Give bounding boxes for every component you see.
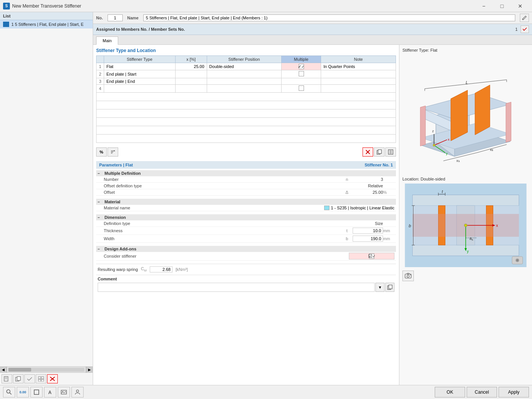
param-row-width: Width b mm: [96, 235, 396, 243]
delete-btn[interactable]: [47, 374, 58, 383]
list-item[interactable]: 1 5 Stiffeners | Flat, End plate | Start…: [0, 20, 93, 28]
row-1-type[interactable]: Flat: [104, 63, 176, 70]
minimize-button[interactable]: −: [475, 0, 492, 12]
stiffener-section-title: Stiffener Type and Location: [96, 48, 396, 53]
thickness-input[interactable]: [353, 228, 383, 234]
row-4-multiple[interactable]: [281, 85, 321, 93]
percent-btn[interactable]: %: [96, 147, 107, 157]
horizontal-scrollbar[interactable]: ◄ ►: [0, 367, 93, 373]
table-toolbar-right: [363, 147, 396, 157]
text-btn[interactable]: A: [44, 387, 56, 397]
list-item-text: 1 5 Stiffeners | Flat, End plate | Start…: [11, 22, 84, 27]
row-2-checkbox[interactable]: [299, 71, 304, 76]
image-btn[interactable]: [58, 387, 70, 397]
comment-copy-btn[interactable]: [385, 283, 394, 292]
table-row: 4: [97, 85, 396, 93]
svg-rect-6: [41, 377, 44, 379]
svg-point-82: [516, 259, 519, 261]
duplicate-btn[interactable]: [13, 374, 24, 383]
new-btn[interactable]: [2, 374, 12, 383]
material-header[interactable]: − Material: [96, 199, 396, 205]
material-color-swatch: [324, 206, 329, 210]
table-copy-btn[interactable]: [374, 147, 385, 157]
tabs-bar: Main: [93, 35, 532, 45]
row-2-no: 2: [97, 70, 104, 78]
svg-marker-35: [420, 106, 426, 146]
multiple-def-header[interactable]: − Multiple Definition: [96, 170, 396, 176]
warp-value-input[interactable]: [150, 266, 173, 272]
svg-point-84: [407, 275, 409, 277]
rectangle-btn[interactable]: [30, 387, 43, 397]
tab-main[interactable]: Main: [96, 36, 118, 45]
width-input[interactable]: [353, 236, 383, 242]
row-3-no: 3: [97, 78, 104, 85]
scroll-right-btn[interactable]: ►: [86, 367, 93, 373]
row-2-type[interactable]: End plate | Start: [104, 70, 176, 78]
row-4-note: [321, 85, 396, 93]
comment-section: Comment ▾: [96, 275, 396, 293]
header-section: No. 1 Name: [93, 12, 532, 24]
name-input[interactable]: [143, 14, 515, 21]
person-btn[interactable]: [71, 387, 84, 397]
col-x: x [%]: [175, 56, 207, 63]
sort-btn[interactable]: [108, 147, 118, 157]
param-offset-val: 25.00: [353, 190, 383, 195]
check-btn[interactable]: [24, 374, 35, 383]
screenshot-btn[interactable]: [402, 271, 414, 281]
svg-rect-7: [38, 379, 41, 382]
svg-text:L: L: [466, 80, 468, 85]
param-def-type-val: Size: [353, 221, 383, 226]
svg-text:x₂: x₂: [490, 147, 493, 152]
svg-text:x: x: [496, 223, 498, 228]
edit-name-button[interactable]: [520, 14, 529, 22]
svg-text:y: y: [467, 249, 469, 253]
coord-btn[interactable]: 0.00: [17, 387, 29, 397]
ok-button[interactable]: OK: [435, 387, 465, 397]
table-export-btn[interactable]: [385, 147, 396, 157]
cancel-button[interactable]: Cancel: [467, 387, 497, 397]
maximize-button[interactable]: □: [493, 0, 511, 12]
consider-checkbox[interactable]: ☑: [369, 253, 374, 259]
warp-label: Resulting warp spring: [98, 267, 138, 272]
dimension-collapse-icon: −: [98, 215, 103, 220]
col-multiple: Multiple: [281, 56, 321, 63]
comment-dropdown-btn[interactable]: ▾: [375, 283, 385, 292]
left-panel-toolbar: [0, 373, 93, 385]
table-delete-btn[interactable]: [363, 147, 373, 157]
param-number-val: 3: [353, 177, 383, 182]
row-1-x: 25.00: [175, 63, 207, 70]
assigned-value: 1: [515, 27, 518, 32]
row-3-multiple[interactable]: [281, 78, 321, 85]
close-button[interactable]: ✕: [511, 0, 529, 12]
scroll-left-btn[interactable]: ◄: [0, 367, 7, 373]
name-label: Name: [127, 16, 139, 20]
param-offset-type-val: Relative: [353, 184, 383, 188]
table-row: 2 End plate | Start: [97, 70, 396, 78]
settings-btn[interactable]: [36, 374, 46, 383]
left-panel-bottom: ◄ ►: [0, 366, 93, 385]
design-addons-header[interactable]: − Design Add-ons: [96, 246, 396, 252]
svg-text:x₁: x₁: [456, 158, 460, 163]
search-btn[interactable]: [3, 387, 15, 397]
row-3-type[interactable]: End plate | End: [104, 78, 176, 85]
row-2-pos: [207, 70, 281, 78]
row-2-multiple[interactable]: [281, 70, 321, 78]
svg-marker-36: [506, 102, 511, 142]
list-header: List: [0, 12, 93, 20]
row-1-multiple[interactable]: ✓: [281, 63, 321, 70]
row-4-type[interactable]: [104, 85, 176, 93]
assigned-edit-button[interactable]: [521, 25, 529, 33]
consider-value[interactable]: ☑: [349, 253, 394, 260]
two-col-layout: Stiffener Type and Location Stiffener Ty…: [93, 45, 532, 385]
param-row-def-type: Definition type Size: [96, 220, 396, 227]
param-consider-label: Consider stiffener: [104, 254, 337, 258]
param-material-label: Material name: [104, 206, 244, 210]
row-4-checkbox[interactable]: [299, 86, 304, 91]
table-row-empty: [97, 109, 396, 118]
row-1-checkbox[interactable]: ✓: [299, 64, 304, 69]
svg-rect-57: [413, 195, 519, 206]
apply-button[interactable]: Apply: [499, 387, 529, 397]
param-width-unit: mm: [383, 236, 394, 241]
comment-input[interactable]: [98, 283, 375, 292]
dimension-header[interactable]: − Dimension: [96, 214, 396, 220]
